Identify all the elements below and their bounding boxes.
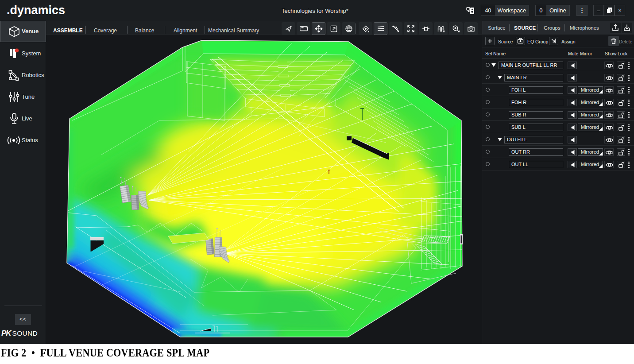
svg-text:SOUND: SOUND — [12, 330, 38, 337]
svg-text:PK: PK — [1, 330, 12, 337]
